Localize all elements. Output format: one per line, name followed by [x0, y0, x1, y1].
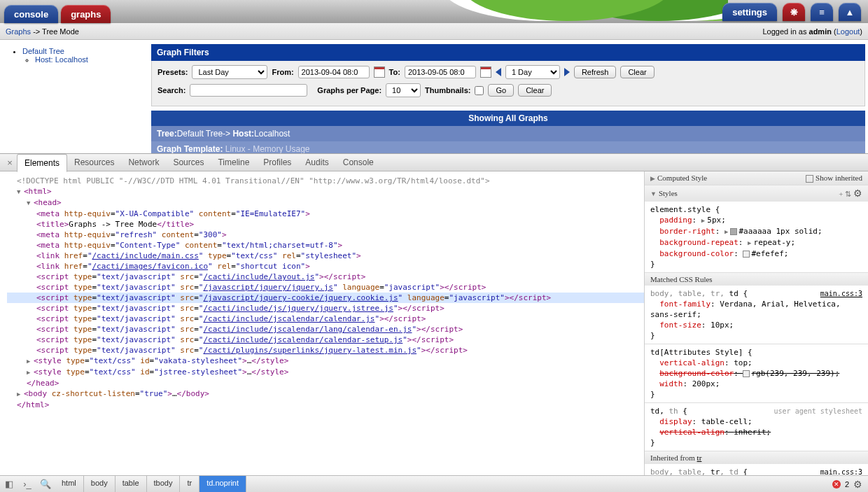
bc-tbody[interactable]: tbody: [147, 476, 181, 492]
show-inherited-checkbox[interactable]: [806, 175, 813, 183]
to-input[interactable]: [405, 66, 476, 78]
devtab-resources[interactable]: Resources: [67, 154, 121, 171]
to-label: To:: [389, 68, 400, 76]
thumbnails-label: Thumbnails:: [425, 86, 470, 94]
dock-icon[interactable]: ◧: [0, 479, 18, 489]
calendar-to-icon[interactable]: [480, 66, 491, 78]
devtools-panel: × Elements Resources Network Sources Tim…: [0, 153, 868, 492]
bc-table[interactable]: table: [115, 476, 147, 492]
search-label: Search:: [158, 86, 186, 94]
brand-swoosh: [308, 0, 728, 23]
console-icon[interactable]: ›_: [18, 479, 36, 489]
presets-label: Presets:: [158, 68, 188, 76]
search-icon[interactable]: 🔍: [36, 479, 55, 489]
devtab-audits[interactable]: Audits: [298, 154, 335, 171]
logout-link[interactable]: Logout: [836, 27, 860, 36]
devtab-sources[interactable]: Sources: [166, 154, 211, 171]
tree-path-header: Tree:Default Tree-> Host:Localhost: [151, 126, 865, 141]
tree-root[interactable]: Default Tree: [22, 47, 64, 55]
presets-select[interactable]: Last Day: [192, 65, 267, 79]
tab-console[interactable]: console: [4, 5, 58, 23]
styles-gear-icon[interactable]: ⚙: [853, 188, 862, 199]
dom-tree[interactable]: <!DOCTYPE html PUBLIC "-//W3C//DTD HTML …: [0, 171, 644, 475]
menu-icon[interactable]: ≡: [811, 3, 833, 21]
tab-settings[interactable]: settings: [722, 3, 777, 21]
source-link[interactable]: main.css:3: [820, 290, 862, 297]
bc-body[interactable]: body: [84, 476, 115, 492]
dom-doctype: <!DOCTYPE html PUBLIC "-//W3C//DTD HTML …: [7, 176, 644, 186]
bc-tr[interactable]: tr: [180, 476, 200, 492]
devtools-tabs: × Elements Resources Network Sources Tim…: [0, 154, 868, 171]
clear2-button[interactable]: Clear: [518, 84, 552, 97]
from-label: From:: [272, 68, 293, 76]
add-style-icon[interactable]: [839, 190, 843, 198]
error-badge[interactable]: ✕: [832, 480, 841, 489]
breadcrumb-root[interactable]: Graphs: [6, 27, 31, 36]
breadcrumb-bar: Graphs -> Tree Mode Logged in as admin (…: [0, 23, 868, 40]
shift-right-icon[interactable]: [564, 68, 570, 76]
graph-tree: Default Tree Host: Localhost: [0, 40, 151, 153]
refresh-button[interactable]: Refresh: [574, 66, 617, 78]
graph-filters-panel: Presets: Last Day From: To: 1 Day Refres…: [151, 61, 865, 106]
current-user: admin: [809, 27, 832, 36]
matched-rules-header: Matched CSS Rules: [650, 275, 713, 283]
thumbnails-checkbox[interactable]: [475, 86, 484, 95]
from-input[interactable]: [298, 66, 370, 78]
tree-host[interactable]: Host: Localhost: [35, 55, 88, 64]
calendar-from-icon[interactable]: [374, 66, 385, 78]
graph-filters-header: Graph Filters: [151, 44, 865, 61]
tree-icon[interactable]: ❋: [783, 3, 805, 21]
image-icon[interactable]: ▲: [839, 3, 861, 21]
devtools-close-icon[interactable]: ×: [3, 157, 17, 168]
showing-all-graphs: Showing All Graphs: [151, 111, 865, 126]
clear-button[interactable]: Clear: [620, 66, 654, 78]
styles-header[interactable]: Styles: [659, 189, 678, 197]
inherited-from-link[interactable]: tr: [697, 454, 702, 462]
devtab-profiles[interactable]: Profiles: [256, 154, 298, 171]
gpp-label: Graphs per Page:: [317, 86, 382, 94]
app-tab-bar: console graphs settings ❋ ≡ ▲: [0, 0, 868, 23]
go-button[interactable]: Go: [488, 84, 514, 97]
devtools-footer: ◧ ›_ 🔍 html body table tbody tr td.nopri…: [0, 475, 868, 492]
devtab-network[interactable]: Network: [121, 154, 166, 171]
computed-style-header[interactable]: Computed Style: [657, 174, 707, 182]
shift-left-icon[interactable]: [496, 68, 501, 76]
bc-td-noprint[interactable]: td.noprint: [200, 476, 246, 492]
devtab-console[interactable]: Console: [336, 154, 381, 171]
devtab-timeline[interactable]: Timeline: [211, 154, 256, 171]
toggle-icon[interactable]: [845, 190, 851, 198]
search-input[interactable]: [190, 84, 307, 97]
devtools-settings-icon[interactable]: ⚙: [853, 479, 862, 490]
styles-sidebar: Computed Style Show inherited Styles ⚙ e…: [644, 171, 868, 475]
span-select[interactable]: 1 Day: [505, 65, 560, 79]
bc-html[interactable]: html: [55, 476, 84, 492]
devtab-elements[interactable]: Elements: [17, 154, 67, 172]
error-count: 2: [845, 480, 849, 489]
gpp-select[interactable]: 10: [386, 83, 421, 97]
breadcrumb: Graphs -> Tree Mode: [6, 27, 79, 36]
tab-graphs[interactable]: graphs: [61, 5, 111, 23]
login-status: Logged in as admin (Logout): [762, 27, 862, 36]
dom-breadcrumb: html body table tbody tr td.noprint: [55, 476, 246, 492]
